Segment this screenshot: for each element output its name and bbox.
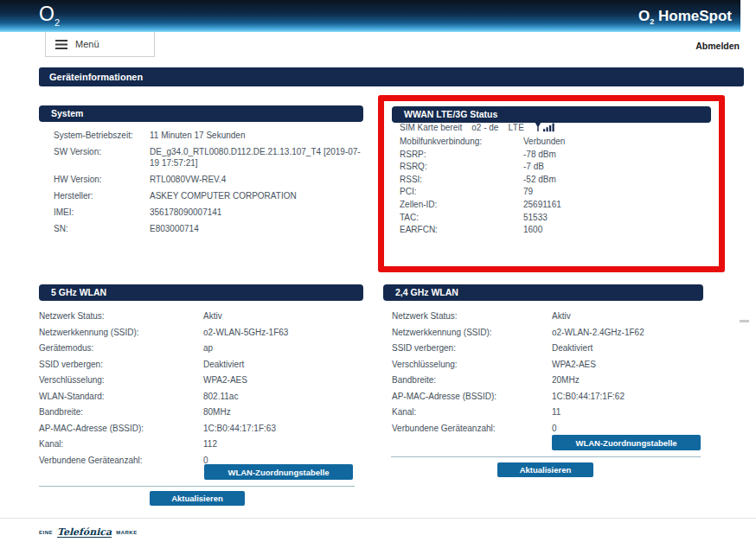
wlan5-info-rows: Netzwerk Status:AktivNetzwerkkennung (SS… [39, 311, 363, 471]
field-value: 11 Minuten 17 Sekunden [150, 130, 363, 141]
field-label: IMEI: [54, 207, 150, 218]
field-label: AP-MAC-Adresse (BSSID): [392, 392, 552, 402]
section-system-title: System [39, 105, 363, 122]
info-row: AP-MAC-Adresse (BSSID):1C:B0:44:17:1F:62 [392, 392, 703, 402]
brand-pre-label: EINE [39, 530, 53, 535]
product-sub: 2 [650, 17, 654, 26]
info-row: Netzwerk Status:Aktiv [39, 311, 363, 322]
field-value: 802.11ac [203, 392, 363, 402]
field-value: o2-WLAN-2.4GHz-1F62 [552, 328, 703, 338]
field-label: EARFCN: [400, 224, 523, 237]
hamburger-icon [55, 40, 67, 49]
field-value: ap [203, 343, 363, 354]
info-row: HW Version:RTL0080VW-REV.4 [54, 174, 363, 185]
field-label: System-Betriebszeit: [54, 130, 150, 141]
info-row: Hersteller:ASKEY COMPUTER CORPORATION [54, 190, 363, 201]
router-admin-page: O2 O2 HomeSpot Menü Abmelden Geräteinfor… [0, 0, 756, 542]
wlan24-mapping-table-button[interactable]: WLAN-Zuordnungstabelle [552, 435, 701, 450]
wwan-info-rows: Mobilfunkverbindung:VerbundenRSRP:-78 dB… [400, 136, 711, 237]
field-value: -52 dBm [523, 174, 711, 187]
info-row: RSRQ:-7 dB [400, 161, 711, 174]
field-label: SSID verbergen: [39, 360, 203, 370]
field-value: WPA2-AES [203, 375, 363, 386]
field-label: Verbundene Geräteanzahl: [39, 456, 203, 466]
field-value: 80MHz [203, 407, 363, 418]
info-row: Bandbreite:20MHz [392, 375, 703, 386]
network-type: LTE [508, 123, 524, 132]
info-row: Bandbreite:80MHz [39, 407, 363, 418]
field-value: E803000714 [150, 223, 363, 234]
wlan24-refresh-button[interactable]: Aktualisieren [497, 462, 593, 477]
info-row: Kanal:112 [39, 439, 363, 450]
telefonica-brand-logo: EINE Telefónica MARKE [39, 527, 138, 538]
field-label: Verbundene Geräteanzahl: [392, 424, 552, 434]
section-wlan24-title: 2,4 GHz WLAN [383, 284, 703, 301]
info-row: EARFCN:1600 [400, 224, 711, 237]
field-label: Bandbreite: [392, 375, 552, 386]
wlan24-info-rows: Netzwerk Status:AktivNetzwerkkennung (SS… [392, 311, 703, 439]
info-row: RSSI:-52 dBm [400, 174, 711, 187]
menu-button[interactable]: Menü [45, 32, 155, 57]
field-label: Netzwerkkennung (SSID): [39, 328, 203, 338]
field-value: 79 [523, 186, 711, 199]
field-label: PCI: [400, 186, 523, 199]
info-row: Kanal:11 [392, 407, 703, 418]
field-value: 0 [552, 424, 703, 434]
field-label: Gerätemodus: [39, 343, 203, 354]
info-row: Mobilfunkverbindung:Verbunden [400, 136, 711, 149]
sim-status-line: SIM Karte bereit o2 - de LTE [400, 122, 555, 132]
sim-status-text: SIM Karte bereit [400, 123, 462, 132]
wlan5-mapping-table-button[interactable]: WLAN-Zuordnungstabelle [204, 464, 353, 480]
info-row: Verschlüsselung:WPA2-AES [39, 375, 363, 386]
o2-logo-sub: 2 [54, 17, 60, 28]
section-wwan-title: WWAN LTE/3G Status [392, 106, 711, 123]
o2-logo-text: O [39, 3, 54, 25]
info-row: WLAN-Standard:802.11ac [39, 392, 363, 402]
field-label: Zellen-ID: [400, 199, 523, 212]
wlan5-separator [39, 486, 355, 487]
system-info-rows: System-Betriebszeit:11 Minuten 17 Sekund… [54, 130, 363, 239]
info-row: Zellen-ID:25691161 [400, 199, 711, 212]
info-row: Verbundene Geräteanzahl:0 [392, 424, 703, 434]
field-label: Netzwerk Status: [39, 311, 203, 322]
o2-logo: O2 [39, 3, 60, 28]
field-value: WPA2-AES [552, 360, 703, 370]
info-row: IMEI:356178090007141 [54, 207, 363, 218]
telefonica-wordmark: Telefónica [57, 527, 112, 538]
field-value: Deaktiviert [552, 343, 703, 354]
field-value: Aktiv [203, 311, 363, 322]
field-label: Kanal: [392, 407, 552, 418]
field-value: -7 dB [523, 161, 711, 174]
field-value: 11 [552, 407, 703, 418]
field-label: WLAN-Standard: [39, 392, 203, 402]
info-row: Netzwerkkennung (SSID):o2-WLAN-5GHz-1F63 [39, 328, 363, 338]
info-row: Gerätemodus:ap [39, 343, 363, 354]
section-system: System System-Betriebszeit:11 Minuten 17… [39, 105, 363, 252]
field-value: 1C:B0:44:17:1F:63 [203, 424, 363, 434]
info-row: SSID verbergen:Deaktiviert [392, 343, 703, 354]
info-row: TAC:51533 [400, 212, 711, 225]
section-wlan5-title: 5 GHz WLAN [39, 284, 363, 301]
field-label: Netzwerk Status: [392, 311, 552, 322]
info-row: PCI:79 [400, 186, 711, 199]
field-value: Aktiv [552, 311, 703, 322]
field-label: RSRP: [400, 149, 523, 162]
field-value: 1C:B0:44:17:1F:62 [552, 392, 703, 402]
field-value: -78 dBm [523, 149, 711, 162]
scrollbar-thumb[interactable] [740, 320, 749, 322]
product-o: O [638, 8, 650, 24]
app-header: O2 O2 HomeSpot [0, 0, 740, 32]
info-row: Netzwerkkennung (SSID):o2-WLAN-2.4GHz-1F… [392, 328, 703, 338]
field-label: SN: [54, 223, 150, 234]
field-label: AP-MAC-Adresse (BSSID): [39, 424, 203, 434]
logout-link[interactable]: Abmelden [695, 41, 740, 51]
field-label: HW Version: [54, 174, 150, 185]
brand-post-label: MARKE [116, 530, 138, 535]
wlan5-refresh-button[interactable]: Aktualisieren [150, 491, 245, 506]
field-value: ASKEY COMPUTER CORPORATION [150, 190, 363, 201]
info-row: RSRP:-78 dBm [400, 149, 711, 162]
field-label: Netzwerkkennung (SSID): [392, 328, 552, 338]
section-wwan-status: WWAN LTE/3G Status SIM Karte bereit o2 -… [384, 101, 719, 266]
info-row: AP-MAC-Adresse (BSSID):1C:B0:44:17:1F:63 [39, 424, 363, 434]
field-value: DE_g34.0_RTL0080.D112.DE.21.13.107_T4 [2… [150, 146, 363, 169]
